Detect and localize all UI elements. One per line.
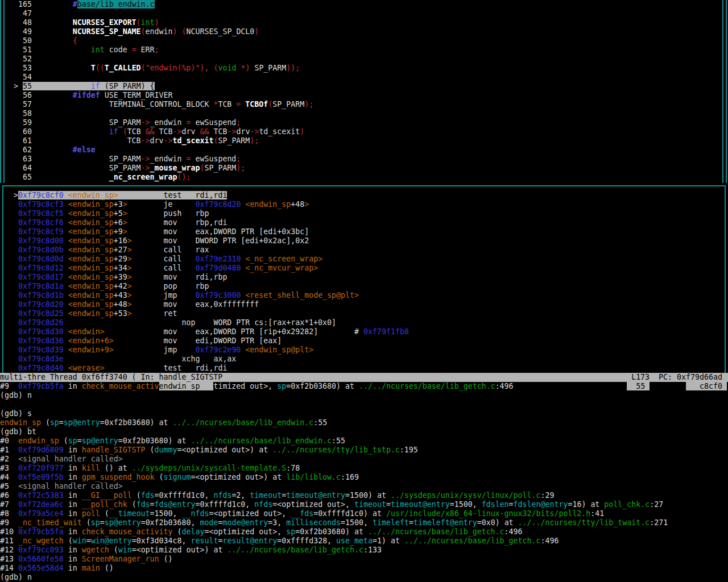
console-row: endwin_sp (sp=sp@entry=0xf2b03680) at ..… xyxy=(0,418,728,427)
status-bar: multi-thre Thread 0xf6ff3740 ( In: handl… xyxy=(0,373,728,382)
console-row: #1 0xf79d6809 in handle_SIGTSTP (dummy=<… xyxy=(0,446,728,455)
console-row: #9 0xf79cb5fa in check_mouse_activendwin… xyxy=(0,382,728,391)
source-code-row: 50 { xyxy=(0,36,728,45)
source-code-row: 61 TCB->drv->td_scexit(SP_PARM); xyxy=(0,136,728,146)
disassembly-row: 0xf79c8d39 <endwin+9> jmp 0xf79c2e90 <en… xyxy=(0,346,728,355)
gdb-console[interactable]: #9 0xf79cb5fa in check_mouse_activendwin… xyxy=(0,382,728,582)
disassembly-row: 0xf79c8cf5 <endwin_sp+5> push rbp xyxy=(0,209,728,218)
console-row: #2 <signal handler called> xyxy=(0,455,728,464)
source-code-row: 64 SP_PARM->_mouse_wrap(SP_PARM); xyxy=(0,164,728,173)
disassembly-row: 0xf79c8d1a <endwin_sp+42> pop rbp xyxy=(0,282,728,291)
console-row: #14 0x565e58d4 in main () xyxy=(0,564,728,573)
console-row: #12 0xf79cc093 in wgetch (win=<optimized… xyxy=(0,546,728,555)
assembly-window: >0xf79c8cf0 <endwin_sp> test rdi,rdi 0xf… xyxy=(0,191,728,373)
console-row: #10 0xf79cb5fa in check_mouse_activity (… xyxy=(0,527,728,537)
disassembly-row: 0xf79c8d20 <endwin_sp+48> mov eax,0xffff… xyxy=(0,300,728,309)
source-code-row: 57 TERMINAL_CONTROL_BLOCK *TCB = TCBOf(S… xyxy=(0,100,728,109)
source-code-row: 59 SP_PARM->_endwin = ewSuspend; xyxy=(0,118,728,127)
console-row xyxy=(0,400,728,409)
disassembly-row: 0xf79c8d0d <endwin_sp+29> call 0xf79e231… xyxy=(0,255,728,264)
disassembly-row: 0xf79c8d25 <endwin_sp+53> ret xyxy=(0,309,728,318)
console-row: #5 <signal handler called> xyxy=(0,482,728,491)
disassembly-row: 0xf79c8d12 <endwin_sp+34> call 0xf79d048… xyxy=(0,264,728,273)
console-row: (gdb) n xyxy=(0,573,728,582)
source-window: 165 #base/lib_endwin.c 47 48 NCURSES_EXP… xyxy=(0,0,728,182)
disassembly-row: >0xf79c8cf0 <endwin_sp> test rdi,rdi xyxy=(0,191,728,200)
source-code-row: 62 #else xyxy=(0,146,728,155)
disassembly-row: 0xf79c8cf3 <endwin_sp+3> je 0xf79c8d20 <… xyxy=(0,200,728,209)
console-row: #13 0x5660fe58 in ScreenManager_run () xyxy=(0,555,728,564)
source-code-row: 51 int code = ERR; xyxy=(0,45,728,55)
disassembly-row: 0xf79c8d0b <endwin_sp+27> call rax xyxy=(0,246,728,255)
console-row: (gdb) s xyxy=(0,409,728,418)
console-row: (gdb) bt xyxy=(0,427,728,436)
console-row: (gdb) n xyxy=(0,391,728,400)
source-code-row: 63 SP_PARM->_endwin = ewSuspend; xyxy=(0,155,728,164)
source-code-row: 58 xyxy=(0,109,728,118)
terminal-screen: 165 #base/lib_endwin.c 47 48 NCURSES_EXP… xyxy=(0,0,728,582)
disassembly-row: 0xf79c8d26 nop WORD PTR cs:[rax+rax*1+0x… xyxy=(0,318,728,327)
source-code-row: 47 xyxy=(0,9,728,18)
console-row: #7 0xf72dea6c in __poll_chk (fds=fds@ent… xyxy=(0,500,728,509)
status-bar-row: multi-thre Thread 0xf6ff3740 ( In: handl… xyxy=(0,373,728,382)
source-code-row: 65 _nc_screen_wrap(); xyxy=(0,173,728,182)
source-code-row: 52 xyxy=(0,55,728,64)
disassembly-row: 0xf79c8d3e xchg ax,ax xyxy=(0,355,728,364)
console-row: #0 endwin_sp (sp=sp@entry=0xf2b03680) at… xyxy=(0,436,728,446)
disassembly-row: 0xf79c8cf6 <endwin_sp+6> mov rbp,rdi xyxy=(0,218,728,227)
source-code-row: 49 NCURSES_SP_NAME(endwin) (NCURSES_SP_D… xyxy=(0,27,728,36)
source-code-row: 165 #base/lib_endwin.c xyxy=(0,0,728,9)
source-code-row: 53 T((T_CALLED("endwin(%p)"), (void *) S… xyxy=(0,64,728,73)
source-code-row: 60 if (TCB && TCB->drv && TCB->drv->td_s… xyxy=(0,127,728,136)
disassembly-row: 0xf79c8d17 <endwin_sp+39> mov rdi,rbp xyxy=(0,273,728,282)
disassembly-row: 0xf79c8d00 <endwin_sp+16> mov DWORD PTR … xyxy=(0,236,728,246)
console-row: #9 _nc_timed_wait (sp=sp@entry=0xf2b0368… xyxy=(0,518,728,527)
console-row: #3 0xf720f977 in kill () at ../sysdeps/u… xyxy=(0,464,728,473)
source-code-row: > 55 if (SP_PARM) { xyxy=(0,82,728,91)
disassembly-row: 0xf79c8d36 <endwin+6> mov edi,DWORD PTR … xyxy=(0,336,728,346)
disassembly-row: 0xf79c8d40 <werase> test rdi,rdi xyxy=(0,364,728,373)
console-row: #8 0xf79a5ce4 in poll (__timeout=1500, _… xyxy=(0,509,728,518)
console-row: #6 0xf72c5383 in __GI___poll (fds=0xffff… xyxy=(0,491,728,500)
disassembly-row: 0xf79c8cf9 <endwin_sp+9> mov eax,DWORD P… xyxy=(0,227,728,236)
disassembly-row: 0xf79c8d30 <endwin> mov eax,DWORD PTR [r… xyxy=(0,327,728,336)
source-code-row: 56 #ifdef USE_TERM_DRIVER xyxy=(0,91,728,100)
console-row: #11 _nc_wgetch (win=win@entry=0xf3d034c8… xyxy=(0,537,728,546)
source-code-row: 54 xyxy=(0,73,728,82)
console-row: #4 0xf5e09f5b in gpm_suspend_hook (signu… xyxy=(0,473,728,482)
source-code-row: 48 NCURSES_EXPORT(int) xyxy=(0,18,728,27)
disassembly-row: 0xf79c8d1b <endwin_sp+43> jmp 0xf79c3000… xyxy=(0,291,728,300)
